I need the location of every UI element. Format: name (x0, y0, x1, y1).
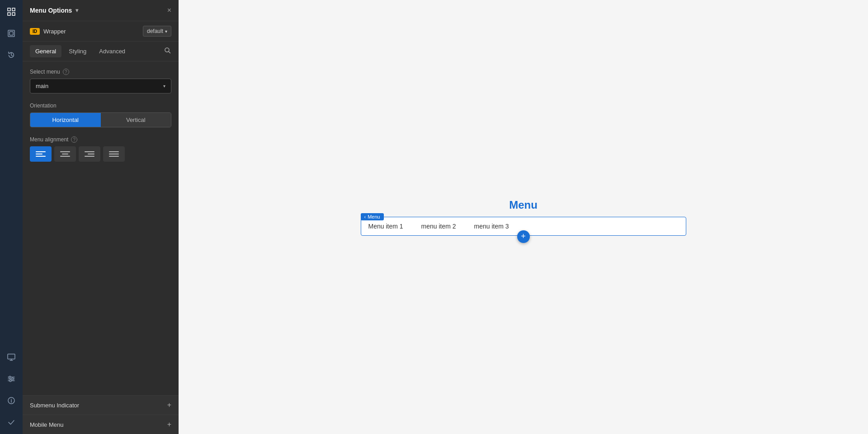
svg-point-11 (12, 378, 14, 380)
panel-title: Menu Options ▾ (30, 7, 78, 14)
submenu-indicator-section[interactable]: Submenu Indicator + (23, 395, 179, 415)
select-menu-label: Select menu ? (30, 69, 171, 75)
submenu-indicator-label: Submenu Indicator (30, 402, 79, 409)
menu-item-1[interactable]: Menu item 1 (368, 223, 403, 230)
search-icon[interactable] (164, 47, 171, 56)
canvas-area: Menu ‹ Menu Menu item 1 menu item 2 menu… (179, 0, 868, 434)
wrapper-select[interactable]: default ▾ (143, 26, 171, 37)
wrapper-select-arrow-icon: ▾ (165, 29, 167, 34)
svg-rect-4 (8, 30, 14, 37)
select-menu-arrow-icon: ▾ (163, 84, 165, 89)
alignment-button-group (30, 146, 171, 162)
menu-alignment-label: Menu alignment ? (30, 136, 171, 143)
svg-rect-5 (9, 32, 13, 35)
panel-header: Menu Options ▾ × (23, 0, 179, 21)
left-sidebar-bottom (5, 351, 18, 429)
orientation-toggle-group: Horizontal Vertical (30, 112, 171, 127)
menu-widget: Menu ‹ Menu Menu item 1 menu item 2 menu… (361, 199, 686, 236)
svg-point-12 (9, 380, 11, 382)
align-center-btn[interactable] (54, 146, 76, 162)
tab-advanced[interactable]: Advanced (94, 45, 131, 57)
info-icon[interactable] (5, 394, 18, 407)
orientation-horizontal-btn[interactable]: Horizontal (30, 113, 101, 127)
svg-rect-0 (8, 8, 10, 11)
orientation-vertical-btn[interactable]: Vertical (101, 113, 171, 127)
alignment-help-icon[interactable]: ? (71, 136, 77, 143)
select-menu-section: Select menu ? main ▾ (30, 69, 171, 93)
wrapper-select-value: default (147, 28, 163, 34)
tabs-bar: General Styling Advanced (23, 42, 179, 61)
panel: Menu Options ▾ × ID Wrapper default ▾ Ge… (23, 0, 179, 434)
tab-general[interactable]: General (30, 45, 61, 57)
mobile-menu-label: Mobile Menu (30, 421, 63, 428)
submenu-indicator-plus-icon: + (167, 401, 171, 409)
history-icon[interactable] (5, 49, 18, 61)
wrapper-id-badge: ID (30, 28, 40, 35)
menu-item-3[interactable]: menu item 3 (474, 223, 509, 230)
orientation-section: Orientation Horizontal Vertical (30, 103, 171, 127)
select-menu-help-icon[interactable]: ? (63, 69, 69, 75)
svg-rect-1 (12, 8, 15, 11)
check-icon[interactable] (5, 416, 18, 429)
panel-body: Select menu ? main ▾ Orientation Horizon… (23, 61, 179, 395)
panel-chevron-icon[interactable]: ▾ (75, 7, 78, 14)
menu-alignment-section: Menu alignment ? (30, 136, 171, 162)
select-menu-field[interactable]: main ▾ (30, 79, 171, 93)
svg-rect-2 (8, 13, 10, 15)
sliders-icon[interactable] (5, 373, 18, 385)
close-icon[interactable]: × (167, 6, 171, 14)
mobile-menu-section[interactable]: Mobile Menu + (23, 415, 179, 434)
align-left-btn[interactable] (30, 146, 52, 162)
align-right-btn[interactable] (79, 146, 100, 162)
left-sidebar (0, 0, 23, 434)
svg-rect-6 (8, 354, 15, 359)
svg-rect-3 (12, 13, 15, 15)
svg-point-10 (9, 376, 11, 378)
menu-tag[interactable]: ‹ Menu (361, 213, 384, 220)
grid-icon[interactable] (5, 5, 18, 18)
wrapper-row: ID Wrapper default ▾ (23, 21, 179, 42)
select-menu-value: main (36, 83, 48, 89)
align-justify-btn[interactable] (103, 146, 125, 162)
tab-styling[interactable]: Styling (63, 45, 92, 57)
orientation-label: Orientation (30, 103, 171, 109)
add-item-button[interactable]: + (517, 230, 530, 243)
monitor-icon[interactable] (5, 351, 18, 364)
layers-icon[interactable] (5, 27, 18, 40)
menu-title: Menu (361, 199, 686, 211)
menu-item-2[interactable]: menu item 2 (421, 223, 456, 230)
mobile-menu-plus-icon: + (167, 420, 171, 429)
panel-title-text: Menu Options (30, 7, 72, 14)
wrapper-label: Wrapper (43, 28, 139, 35)
